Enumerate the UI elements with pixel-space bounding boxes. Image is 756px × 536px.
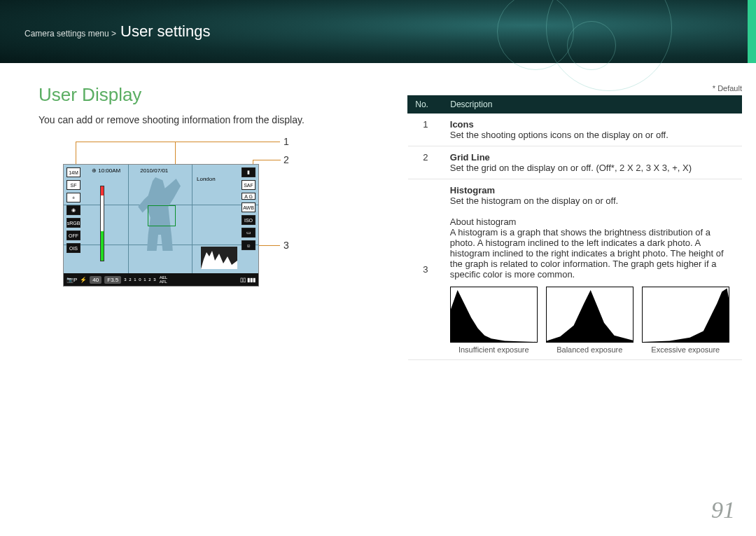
- shots-remaining: 40: [90, 276, 102, 284]
- lcd-status-bar: 📷P ⚡ 40 F3.5 3 2 1 0 1 2 3 AELAFL ▯▯ ▮▮▮: [64, 273, 258, 286]
- section-intro: You can add or remove shooting informati…: [38, 114, 379, 125]
- lcd-left-icons: 14M SF + ◉ sRGB OFF OIS: [66, 167, 80, 253]
- breadcrumb-title: User settings: [120, 22, 210, 41]
- svg-marker-3: [643, 289, 729, 342]
- decorative-orb: [567, 21, 616, 70]
- saf-icon: SAF: [241, 180, 255, 190]
- histogram-excessive: Excessive exposure: [642, 287, 729, 354]
- breadcrumb: Camera settings menu > User settings: [24, 22, 210, 41]
- histogram-insufficient: Insufficient exposure: [450, 287, 538, 354]
- srgb-icon: sRGB: [66, 218, 80, 228]
- svg-marker-2: [547, 290, 633, 342]
- svg-marker-0: [201, 251, 237, 269]
- table-row: 1 Icons Set the shooting options icons o…: [408, 114, 742, 146]
- exposure-bar-icon: [100, 186, 104, 261]
- svg-marker-1: [451, 290, 537, 342]
- off-icon: OFF: [66, 231, 80, 240]
- drive-icon: ▭: [241, 228, 255, 238]
- mini-histogram: [201, 247, 237, 269]
- callout-3: 3: [284, 240, 289, 251]
- face-icon: ☺: [241, 240, 255, 250]
- lcd-right-icons: ▮ SAF A G AWB ISO ▭ ☺: [241, 167, 255, 250]
- lcd-top-info: ⊕ 10:00AM 2010/07/01: [92, 167, 168, 174]
- histogram-balanced: Balanced exposure: [546, 287, 634, 354]
- table-row: 3 Histogram Set the histogram on the dis…: [408, 179, 742, 360]
- th-desc: Description: [443, 96, 742, 114]
- aperture-value: F3.5: [104, 276, 121, 284]
- lcd-diagram: 1 2 3 ⊕ 10:00AM 2010/07/01: [38, 136, 340, 304]
- page-header: Camera settings menu > User settings: [0, 0, 756, 63]
- description-table: No. Description 1 Icons Set the shooting…: [407, 95, 742, 360]
- iso-icon: ISO: [241, 215, 255, 225]
- histogram-examples: Insufficient exposure Balanced exposure …: [450, 287, 735, 354]
- mode-icon: 📷P: [66, 277, 77, 283]
- table-row: 2 Grid Line Set the grid on the display …: [408, 146, 742, 179]
- ev-comp-icon: +: [66, 193, 80, 202]
- megapixel-icon: 14M: [66, 167, 80, 177]
- th-no: No.: [408, 96, 443, 114]
- default-note: * Default: [407, 84, 742, 92]
- page-number: 91: [711, 497, 735, 523]
- lcd-city: London: [197, 176, 216, 182]
- callout-2: 2: [284, 154, 289, 165]
- callout-1: 1: [284, 136, 289, 147]
- flash-icon: ⚡: [80, 277, 87, 283]
- ag-icon: A G: [241, 193, 255, 200]
- breadcrumb-prefix: Camera settings menu >: [24, 29, 116, 39]
- metering-icon: ◉: [66, 205, 80, 215]
- camera-lcd-mock: ⊕ 10:00AM 2010/07/01 London 14M SF + ◉ s…: [63, 164, 259, 287]
- ael-afl: AELAFL: [160, 275, 167, 284]
- ev-scale: 3 2 1 0 1 2 3: [124, 277, 156, 282]
- card-battery-icon: ▯▯ ▮▮▮: [240, 277, 255, 283]
- quality-icon: SF: [66, 180, 80, 190]
- section-title: User Display: [38, 84, 379, 106]
- battery-icon: ▮: [241, 167, 255, 177]
- awb-icon: AWB: [241, 202, 255, 212]
- af-bracket-icon: [148, 205, 176, 226]
- ois-icon: OIS: [66, 243, 80, 253]
